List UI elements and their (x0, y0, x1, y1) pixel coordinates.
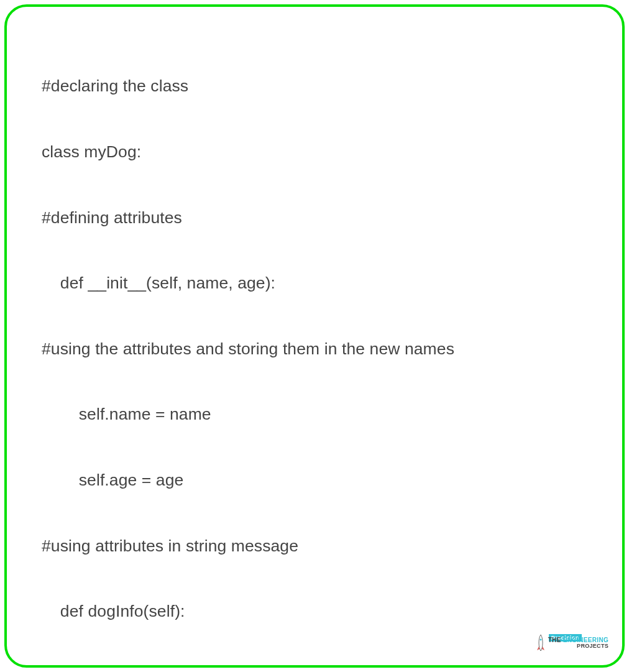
logo-text: THE ENGINEERING PROJECTS (548, 637, 608, 649)
logo-line-1: THE ENGINEERING (548, 637, 608, 643)
logo-line-2: PROJECTS (577, 643, 608, 649)
logo-accent: ENGINEERING (563, 637, 608, 643)
logo-prefix: THE (548, 637, 563, 643)
code-line: class myDog: (42, 141, 587, 163)
svg-point-0 (539, 639, 541, 641)
code-line: #defining attributes (42, 207, 587, 229)
code-line: self.name = name (42, 403, 587, 425)
rocket-icon (536, 634, 546, 651)
code-line: #using the attributes and storing them i… (42, 338, 587, 360)
code-line: def __init__(self, name, age): (42, 272, 587, 294)
code-line: #using attributes in string message (42, 535, 587, 557)
code-line: print(self.name + " is " + str(self.age)… (42, 666, 587, 668)
code-line: self.age = age (42, 469, 587, 491)
code-card: #declaring the class class myDog: #defin… (4, 4, 625, 668)
code-line: def dogInfo(self): (42, 601, 587, 622)
code-line: #declaring the class (42, 75, 587, 97)
code-block: #declaring the class class myDog: #defin… (42, 32, 587, 668)
watermark-logo: Precision THE ENGINEERING PROJECTS (549, 634, 608, 651)
page-frame: #declaring the class class myDog: #defin… (0, 0, 629, 672)
